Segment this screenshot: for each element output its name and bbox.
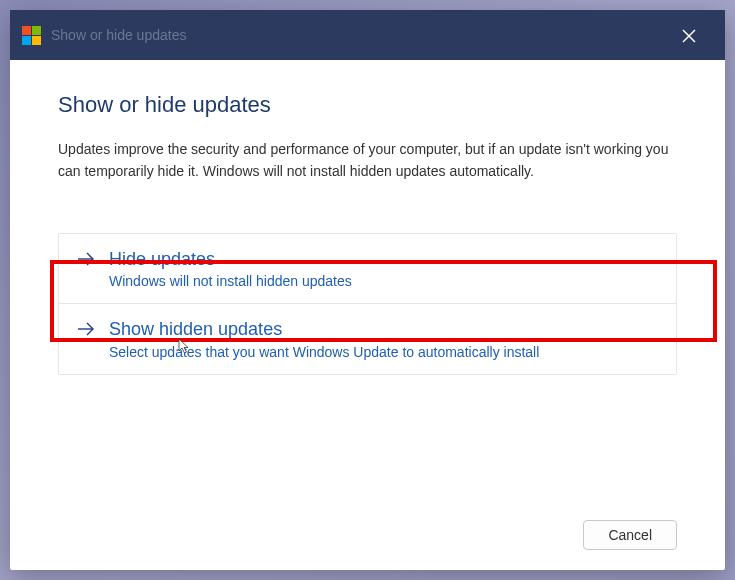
close-icon	[681, 28, 697, 44]
show-hidden-updates-option[interactable]: Show hidden updates Select updates that …	[59, 303, 676, 373]
titlebar: Show or hide updates	[10, 10, 725, 60]
window-title: Show or hide updates	[51, 27, 186, 43]
option-title: Show hidden updates	[109, 318, 539, 341]
cancel-button[interactable]: Cancel	[583, 520, 677, 550]
option-text: Show hidden updates Select updates that …	[109, 318, 539, 359]
page-heading: Show or hide updates	[58, 92, 677, 118]
option-list: Hide updates Windows will not install hi…	[58, 233, 677, 375]
option-text: Hide updates Windows will not install hi…	[109, 248, 352, 289]
option-title: Hide updates	[109, 248, 352, 271]
content-area: Show or hide updates Updates improve the…	[10, 60, 725, 504]
arrow-right-icon	[77, 252, 95, 270]
option-subtitle: Windows will not install hidden updates	[109, 273, 352, 289]
footer: Cancel	[10, 504, 725, 570]
dialog-window: Show or hide updates Show or hide update…	[10, 10, 725, 570]
windows-logo-icon	[22, 26, 41, 45]
close-button[interactable]	[681, 28, 701, 48]
page-description: Updates improve the security and perform…	[58, 138, 677, 183]
hide-updates-option[interactable]: Hide updates Windows will not install hi…	[59, 234, 676, 303]
arrow-right-icon	[77, 322, 95, 340]
option-subtitle: Select updates that you want Windows Upd…	[109, 344, 539, 360]
